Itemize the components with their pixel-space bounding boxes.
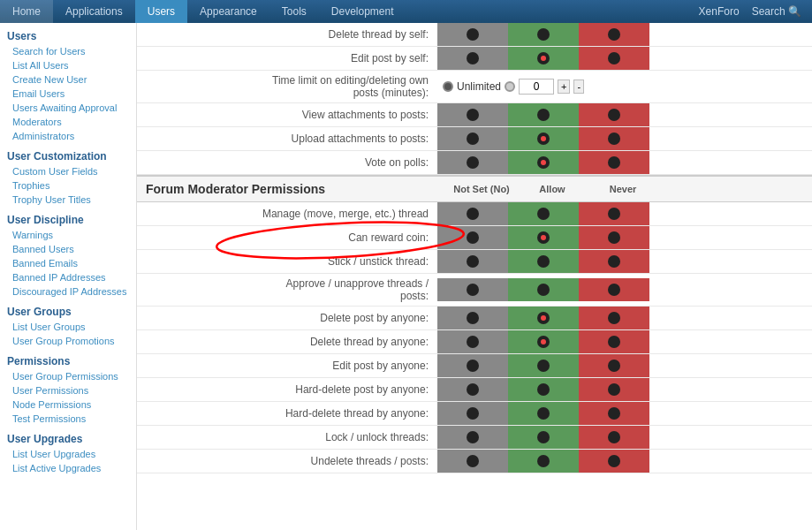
perm-not-set[interactable] [437,378,508,401]
nav-development[interactable]: Development [319,0,406,23]
sidebar-link-user-group-promotions[interactable]: User Group Promotions [0,334,136,348]
perm-never[interactable] [579,307,649,329]
perm-not-set[interactable] [437,250,508,273]
sidebar-link-node-permissions[interactable]: Node Permissions [0,398,136,412]
perm-never[interactable] [579,426,649,449]
perm-not-set[interactable] [437,103,508,126]
sidebar-link-list-user-groups[interactable]: List User Groups [0,320,136,334]
perm-not-set[interactable] [437,354,508,377]
dot [467,156,479,169]
sidebar-link-user-permissions[interactable]: User Permissions [0,383,136,398]
unlimited-row: Unlimited + - [443,79,807,95]
increment-button[interactable]: + [558,80,570,94]
perm-allow[interactable] [508,226,579,249]
dot [467,52,479,64]
perm-never[interactable] [579,226,649,249]
perm-not-set[interactable] [437,330,508,353]
sidebar-link-test-permissions[interactable]: Test Permissions [0,412,136,426]
perm-allow[interactable] [508,307,579,329]
perm-allow[interactable] [508,402,579,425]
perm-never[interactable] [579,378,649,401]
perm-never[interactable] [579,151,649,174]
column-labels: Not Set (No) Allow Never [446,184,658,194]
table-row: Approve / unapprove threads /posts: [137,274,812,307]
perm-allow[interactable] [508,202,579,225]
perm-never[interactable] [579,202,649,225]
perm-allow[interactable] [508,23,579,46]
perm-not-set[interactable] [437,226,508,249]
sidebar-link-list-user-upgrades[interactable]: List User Upgrades [0,447,136,461]
forum-mod-title: Forum Moderator Permissions [146,182,446,196]
sidebar-link-administrators[interactable]: Administrators [0,129,136,143]
perm-not-set[interactable] [437,278,508,301]
dot [467,231,479,244]
dot [467,109,479,121]
nav-appearance[interactable]: Appearance [187,0,269,23]
sidebar-link-search-users[interactable]: Search for Users [0,44,136,58]
dot [467,360,479,372]
perm-not-set[interactable] [437,23,508,46]
perm-never[interactable] [579,278,649,301]
time-limit-input[interactable] [519,79,554,95]
table-row: Undelete threads / posts: [137,450,812,473]
dot [467,28,479,41]
sidebar-link-banned-ip[interactable]: Banned IP Addresses [0,270,136,284]
sidebar-link-trophies[interactable]: Trophies [0,178,136,193]
sidebar-link-banned-users[interactable]: Banned Users [0,242,136,256]
perm-allow[interactable] [508,278,579,301]
sidebar-link-create-new-user[interactable]: Create New User [0,72,136,87]
sidebar-link-list-active-upgrades[interactable]: List Active Upgrades [0,461,136,475]
perm-never[interactable] [579,127,649,150]
perm-allow[interactable] [508,426,579,449]
perm-allow[interactable] [508,151,579,174]
sidebar-link-email-users[interactable]: Email Users [0,87,136,101]
perm-allow[interactable] [508,330,579,353]
search-label[interactable]: Search 🔍 [752,5,801,18]
perm-never[interactable] [579,402,649,425]
sidebar-link-discouraged-ip[interactable]: Discouraged IP Addresses [0,284,136,299]
perm-not-set[interactable] [437,307,508,329]
sidebar-link-user-group-permissions[interactable]: User Group Permissions [0,369,136,383]
dot [608,156,620,169]
perm-allow[interactable] [508,378,579,401]
radio-value[interactable] [505,81,515,92]
perm-never[interactable] [579,103,649,126]
perm-allow[interactable] [508,103,579,126]
table-row: View attachments to posts: [137,103,812,127]
perm-allow[interactable] [508,250,579,273]
radio-unlimited[interactable] [443,81,453,92]
perm-allow[interactable] [508,127,579,150]
perm-not-set[interactable] [437,151,508,174]
sidebar-link-banned-emails[interactable]: Banned Emails [0,256,136,270]
perm-not-set[interactable] [437,127,508,150]
dot [608,383,620,396]
decrement-button[interactable]: - [573,80,584,94]
nav-users[interactable]: Users [135,0,187,23]
nav-home[interactable]: Home [0,0,53,23]
sidebar-link-list-all-users[interactable]: List All Users [0,58,136,72]
table-row: Hard-delete post by anyone: [137,378,812,402]
sidebar-link-users-awaiting[interactable]: Users Awaiting Approval [0,101,136,115]
nav-tools[interactable]: Tools [269,0,319,23]
perm-never[interactable] [579,23,649,46]
perm-never[interactable] [579,450,649,473]
perm-not-set[interactable] [437,47,508,70]
perm-not-set[interactable] [437,202,508,225]
dot [467,455,479,467]
sidebar-link-custom-user-fields[interactable]: Custom User Fields [0,164,136,178]
perm-never[interactable] [579,47,649,70]
perm-not-set[interactable] [437,426,508,449]
sidebar-link-trophy-user-titles[interactable]: Trophy User Titles [0,193,136,207]
perm-never[interactable] [579,354,649,377]
perm-never[interactable] [579,330,649,353]
nav-applications[interactable]: Applications [53,0,135,23]
perm-allow[interactable] [508,450,579,473]
sidebar-link-moderators[interactable]: Moderators [0,115,136,129]
perm-allow[interactable] [508,354,579,377]
dot [608,336,620,348]
perm-never[interactable] [579,250,649,273]
perm-allow[interactable] [508,47,579,70]
perm-not-set[interactable] [437,450,508,473]
perm-not-set[interactable] [437,402,508,425]
sidebar-link-warnings[interactable]: Warnings [0,228,136,242]
